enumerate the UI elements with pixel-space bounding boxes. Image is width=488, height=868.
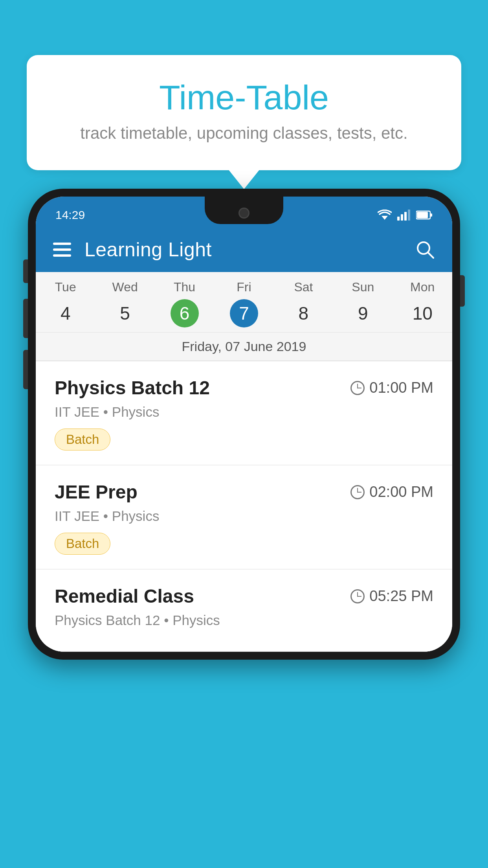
- calendar-day-col[interactable]: Sun9: [333, 272, 393, 332]
- time-label: 01:00 PM: [369, 379, 433, 396]
- class-item[interactable]: JEE Prep 02:00 PM IIT JEE • Physics Batc…: [36, 465, 452, 570]
- toolbar-title: Learning Light: [84, 238, 402, 261]
- svg-rect-4: [408, 210, 410, 221]
- class-time: 02:00 PM: [350, 484, 433, 500]
- class-list: Physics Batch 12 01:00 PM IIT JEE • Phys…: [36, 361, 452, 652]
- menu-button[interactable]: [53, 243, 71, 257]
- class-header: Physics Batch 12 01:00 PM: [55, 377, 433, 399]
- camera-dot: [238, 208, 250, 219]
- day-name-label: Wed: [98, 280, 151, 294]
- wifi-icon: [378, 210, 392, 221]
- phone-screen: 14:29: [36, 197, 452, 652]
- class-item[interactable]: Remedial Class 05:25 PM Physics Batch 12…: [36, 570, 452, 652]
- status-icons: [378, 210, 433, 221]
- svg-rect-1: [397, 217, 400, 221]
- class-name: Physics Batch 12: [55, 377, 210, 399]
- clock-icon: [350, 589, 365, 603]
- day-name-label: Thu: [158, 280, 211, 294]
- class-meta: IIT JEE • Physics: [55, 508, 433, 524]
- class-time: 05:25 PM: [350, 588, 433, 605]
- svg-rect-3: [404, 212, 407, 221]
- app-toolbar: Learning Light: [36, 227, 452, 272]
- volume-down-button: [23, 350, 28, 389]
- calendar-day-col[interactable]: Tue4: [36, 272, 95, 332]
- svg-marker-0: [382, 216, 388, 220]
- batch-badge: Batch: [55, 533, 110, 555]
- day-number-label: 7: [230, 299, 258, 327]
- class-header: JEE Prep 02:00 PM: [55, 481, 433, 503]
- calendar-day-col[interactable]: Thu6: [155, 272, 214, 332]
- class-name: JEE Prep: [55, 481, 138, 503]
- battery-icon: [416, 210, 433, 220]
- calendar-day-col[interactable]: Sat8: [274, 272, 333, 332]
- speech-bubble-container: Time-Table track timetable, upcoming cla…: [27, 55, 461, 170]
- day-name-label: Sat: [277, 280, 330, 294]
- day-name-label: Mon: [396, 280, 449, 294]
- svg-line-9: [428, 252, 433, 258]
- svg-rect-7: [417, 212, 428, 218]
- time-label: 05:25 PM: [369, 588, 433, 605]
- speech-bubble: Time-Table track timetable, upcoming cla…: [27, 55, 461, 170]
- class-meta: IIT JEE • Physics: [55, 404, 433, 420]
- batch-badge: Batch: [55, 428, 110, 451]
- clock-icon: [350, 485, 365, 499]
- day-number-label: 4: [51, 299, 80, 327]
- bubble-title: Time-Table: [58, 79, 430, 117]
- search-button[interactable]: [415, 240, 435, 259]
- phone-container: 14:29: [28, 189, 460, 660]
- class-meta: Physics Batch 12 • Physics: [55, 612, 433, 628]
- day-name-label: Fri: [217, 280, 270, 294]
- day-number-label: 9: [349, 299, 377, 327]
- bubble-subtitle: track timetable, upcoming classes, tests…: [58, 124, 430, 143]
- volume-up-button: [23, 299, 28, 338]
- signal-icon: [397, 210, 411, 221]
- calendar-days-row: Tue4Wed5Thu6Fri7Sat8Sun9Mon10: [36, 272, 452, 333]
- day-number-label: 6: [171, 299, 199, 327]
- svg-rect-6: [430, 213, 432, 217]
- day-name-label: Sun: [336, 280, 389, 294]
- class-item[interactable]: Physics Batch 12 01:00 PM IIT JEE • Phys…: [36, 361, 452, 465]
- calendar-day-col[interactable]: Wed5: [95, 272, 154, 332]
- phone-notch: [205, 197, 283, 224]
- power-button: [460, 275, 465, 307]
- day-number-label: 10: [408, 299, 437, 327]
- calendar-day-col[interactable]: Fri7: [214, 272, 273, 332]
- day-number-label: 8: [289, 299, 317, 327]
- status-time: 14:29: [55, 208, 85, 222]
- phone-outer: 14:29: [28, 189, 460, 660]
- mute-button: [23, 259, 28, 283]
- clock-icon: [350, 381, 365, 395]
- time-label: 02:00 PM: [369, 484, 433, 500]
- class-time: 01:00 PM: [350, 379, 433, 396]
- search-icon: [415, 240, 435, 259]
- class-name: Remedial Class: [55, 585, 194, 607]
- class-header: Remedial Class 05:25 PM: [55, 585, 433, 607]
- svg-rect-2: [401, 214, 403, 221]
- day-number-label: 5: [111, 299, 139, 327]
- selected-date-label: Friday, 07 June 2019: [36, 333, 452, 361]
- calendar-day-col[interactable]: Mon10: [393, 272, 452, 332]
- day-name-label: Tue: [39, 280, 92, 294]
